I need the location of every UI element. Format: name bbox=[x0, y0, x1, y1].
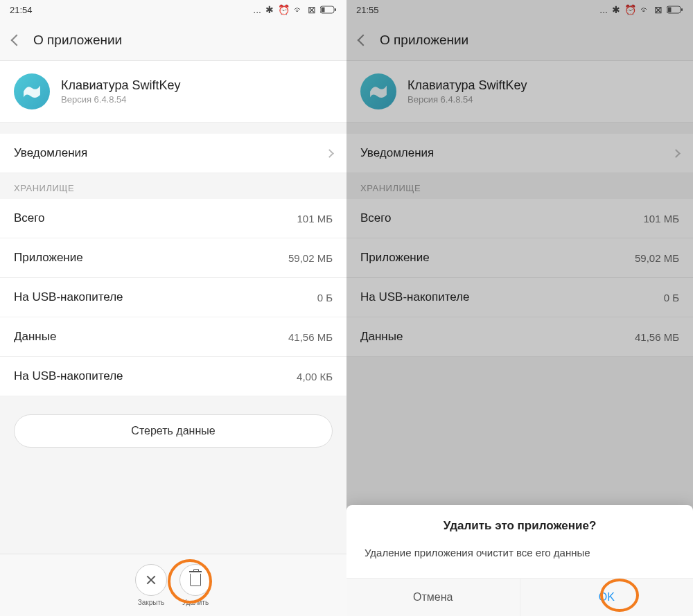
dialog-cancel-button[interactable]: Отмена bbox=[346, 579, 520, 616]
back-icon[interactable] bbox=[358, 34, 369, 46]
status-bar: 21:54 ...✱⏰ᯤ⊠ bbox=[0, 0, 346, 19]
app-header: Клавиатура SwiftKey Версия 6.4.8.54 bbox=[346, 61, 693, 123]
confirm-dialog: Удалить это приложение? Удаление приложе… bbox=[346, 505, 693, 616]
close-icon bbox=[146, 574, 157, 586]
status-time: 21:54 bbox=[10, 5, 33, 15]
notifications-row[interactable]: Уведомления bbox=[346, 134, 693, 173]
screen-right: 21:55 ...✱⏰ᯤ⊠ О приложении Клавиатура Sw… bbox=[346, 0, 693, 616]
app-version: Версия 6.4.8.54 bbox=[407, 94, 527, 105]
navbar: О приложении bbox=[0, 19, 346, 61]
storage-usb-row: На USB-накопителе0 Б bbox=[346, 278, 693, 317]
bottom-toolbar: Закрыть Удалить bbox=[0, 554, 346, 616]
chevron-right-icon bbox=[672, 149, 681, 158]
svg-rect-2 bbox=[335, 8, 336, 11]
close-button[interactable]: Закрыть bbox=[135, 564, 167, 606]
storage-total-row: Всего101 МБ bbox=[346, 199, 693, 238]
dialog-title: Удалить это приложение? bbox=[346, 505, 693, 541]
storage-total-row: Всего101 МБ bbox=[0, 199, 346, 238]
app-name: Клавиатура SwiftKey bbox=[61, 78, 181, 93]
back-icon[interactable] bbox=[11, 34, 23, 46]
trash-icon bbox=[190, 574, 201, 586]
screen-left: 21:54 ...✱⏰ᯤ⊠ О приложении Клавиатура Sw… bbox=[0, 0, 346, 616]
storage-data-row: Данные41,56 МБ bbox=[0, 317, 346, 357]
storage-data-row: Данные41,56 МБ bbox=[346, 317, 693, 357]
storage-app-row: Приложение59,02 МБ bbox=[346, 238, 693, 278]
delete-button[interactable]: Удалить bbox=[179, 564, 211, 606]
status-bar: 21:55 ...✱⏰ᯤ⊠ bbox=[346, 0, 693, 19]
storage-header: ХРАНИЛИЩЕ bbox=[346, 173, 693, 199]
app-icon bbox=[360, 73, 396, 109]
svg-rect-5 bbox=[681, 8, 683, 11]
status-icons: ...✱⏰ᯤ⊠ bbox=[599, 4, 683, 15]
dialog-ok-button[interactable]: OK bbox=[520, 579, 694, 616]
svg-rect-4 bbox=[668, 8, 672, 12]
chevron-right-icon bbox=[325, 149, 334, 158]
notifications-row[interactable]: Уведомления bbox=[0, 134, 346, 173]
navbar: О приложении bbox=[346, 19, 693, 61]
page-title: О приложении bbox=[33, 33, 122, 48]
app-name: Клавиатура SwiftKey bbox=[407, 78, 527, 93]
app-icon bbox=[14, 73, 50, 109]
status-icons: ...✱⏰ᯤ⊠ bbox=[253, 4, 337, 15]
page-title: О приложении bbox=[380, 33, 468, 48]
storage-app-row: Приложение59,02 МБ bbox=[0, 238, 346, 278]
svg-rect-1 bbox=[322, 8, 325, 12]
storage-usb-row: На USB-накопителе0 Б bbox=[0, 278, 346, 317]
status-time: 21:55 bbox=[356, 5, 379, 15]
dialog-message: Удаление приложения очистит все его данн… bbox=[346, 541, 693, 578]
app-header: Клавиатура SwiftKey Версия 6.4.8.54 bbox=[0, 61, 346, 123]
app-version: Версия 6.4.8.54 bbox=[61, 94, 181, 105]
clear-data-button[interactable]: Стереть данные bbox=[14, 414, 333, 448]
storage-header: ХРАНИЛИЩЕ bbox=[0, 173, 346, 199]
storage-usb2-row: На USB-накопителе4,00 КБ bbox=[0, 357, 346, 396]
